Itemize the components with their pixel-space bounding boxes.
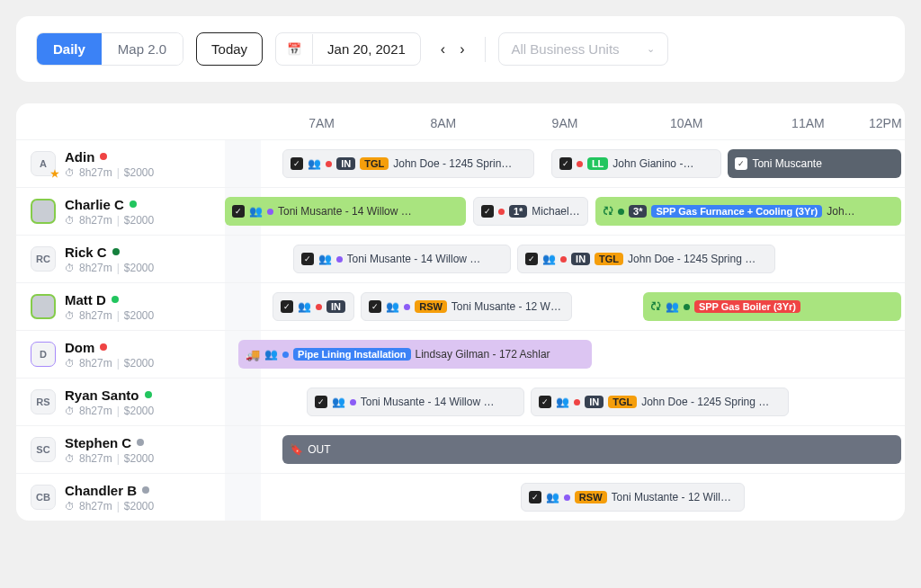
check-icon: ✓	[539, 396, 551, 408]
avatar: CB	[31, 485, 56, 510]
check-icon: ✓	[735, 157, 747, 170]
job-card[interactable]: ✓ 1* Michael H…	[473, 197, 589, 226]
check-icon: ✓	[525, 253, 538, 265]
job-card[interactable]: 🚚👥 Pipe Lining Installation Lindsay Gilm…	[238, 340, 592, 369]
tech-cell[interactable]: CB Chandler B ⏱8h27m|$2000	[16, 474, 225, 521]
avatar: RC	[31, 246, 56, 272]
tech-row: Charlie C ⏱8h27m|$2000 ✓👥 Toni Musante -…	[16, 187, 905, 235]
business-unit-filter[interactable]: All Business Units ⌄	[498, 32, 668, 66]
job-card[interactable]: ✓ Toni Muscante	[728, 149, 901, 178]
job-card[interactable]: ✓👥 Toni Musante - 14 Willow …	[307, 388, 524, 416]
tech-row: RS Ryan Santo ⏱8h27m|$2000 ✓👥 Toni Musan…	[16, 378, 905, 425]
avatar: A★	[31, 151, 56, 176]
tab-map[interactable]: Map 2.0	[102, 33, 183, 65]
status-dot	[100, 343, 107, 351]
tech-cell[interactable]: A★ Adin ⏱8h27m|$2000	[16, 140, 225, 187]
check-icon: ✓	[559, 157, 572, 170]
tab-daily[interactable]: Daily	[37, 33, 102, 65]
people-icon: 👥	[332, 396, 345, 408]
people-icon: 👥	[666, 300, 679, 313]
tech-cell[interactable]: Matt D ⏱8h27m|$2000	[16, 283, 225, 330]
tech-name-label: Stephen C	[65, 435, 131, 450]
status-dot	[112, 248, 120, 255]
tech-name-label: Ryan Santo	[65, 388, 139, 403]
check-icon: ✓	[315, 396, 327, 408]
check-icon: ✓	[232, 205, 245, 218]
clock-icon: ⏱	[65, 263, 75, 273]
schedule-board: 7AM 8AM 9AM 10AM 11AM 12PM A★ Adin ⏱8h27…	[16, 103, 905, 521]
time-col: 12PM	[869, 116, 905, 130]
tech-cell[interactable]: RS Ryan Santo ⏱8h27m|$2000	[16, 379, 225, 425]
current-date: Jan 20, 2021	[313, 33, 420, 65]
people-icon: 👥	[318, 253, 332, 265]
job-card[interactable]: ✓👥 INTGL John Doe - 1245 Sprin…	[282, 149, 534, 178]
clock-icon: ⏱	[65, 215, 75, 226]
job-card[interactable]: 🗘👥 SPP Gas Boiler (3Yr)	[643, 292, 901, 321]
time-col: 11AM	[747, 116, 869, 130]
job-card[interactable]: ✓ LL John Gianino -…	[551, 149, 721, 178]
tech-row: D Dom ⏱8h27m|$2000 🚚👥 Pipe Lining Instal…	[16, 330, 905, 378]
job-card[interactable]: ✓👥 IN	[273, 292, 354, 321]
people-icon: 👥	[308, 157, 321, 170]
check-icon: ✓	[369, 300, 381, 313]
avatar: SC	[31, 437, 56, 462]
clock-icon: ⏱	[65, 358, 75, 369]
today-button[interactable]: Today	[196, 32, 263, 66]
chevron-down-icon: ⌄	[647, 43, 655, 55]
status-dot	[112, 296, 119, 303]
job-card[interactable]: ✓👥 RSW Toni Mustante - 12 Will…	[521, 483, 745, 512]
avatar	[31, 294, 56, 319]
job-card[interactable]: ✓👥 INTGL John Doe - 1245 Spring …	[517, 245, 775, 273]
people-icon: 👥	[386, 300, 399, 313]
clock-icon: ⏱	[65, 310, 75, 321]
sync-icon: 🗘	[603, 205, 613, 218]
status-dot	[145, 391, 152, 398]
prev-day-button[interactable]: ‹	[441, 41, 445, 58]
truck-icon: 🚚	[246, 348, 260, 361]
view-toggle: Daily Map 2.0	[36, 32, 183, 66]
time-col: 10AM	[626, 116, 747, 130]
status-dot	[130, 200, 137, 208]
job-card[interactable]: 🗘 3* SPP Gas Furnance + Cooling (3Yr) Jo…	[595, 197, 901, 226]
job-card[interactable]: ✓👥 RSW Toni Musante - 12 Will…	[361, 292, 571, 321]
check-icon: ✓	[281, 300, 293, 313]
tech-row: CB Chandler B ⏱8h27m|$2000 ✓👥 RSW Toni M…	[16, 473, 905, 521]
people-icon: 👥	[249, 205, 263, 218]
tech-cell[interactable]: RC Rick C ⏱8h27m|$2000	[16, 236, 225, 282]
tech-cell[interactable]: Charlie C ⏱8h27m|$2000	[16, 188, 225, 235]
avatar: RS	[31, 389, 56, 414]
sync-icon: 🗘	[650, 300, 661, 313]
tech-name-label: Adin	[65, 149, 94, 165]
check-icon: ✓	[529, 491, 541, 503]
clock-icon: ⏱	[65, 405, 75, 416]
tech-cell[interactable]: D Dom ⏱8h27m|$2000	[16, 331, 225, 378]
clock-icon: ⏱	[65, 167, 75, 178]
filter-label: All Business Units	[512, 41, 620, 57]
out-block[interactable]: 🔖 OUT	[282, 435, 901, 464]
avatar	[31, 199, 56, 224]
date-nav: ‹ ›	[434, 41, 472, 58]
people-icon: 👥	[264, 348, 278, 361]
people-icon: 👥	[298, 300, 311, 313]
job-card[interactable]: ✓👥 Toni Musante - 14 Willow …	[225, 197, 466, 226]
status-dot	[137, 439, 144, 446]
tech-name-label: Charlie C	[65, 197, 124, 212]
star-icon: ★	[50, 168, 59, 180]
job-card[interactable]: ✓👥 INTGL John Doe - 1245 Spring …	[531, 388, 789, 416]
tech-row: A★ Adin ⏱8h27m|$2000 ✓👥 INTGL John Doe -…	[16, 139, 905, 187]
tech-name-label: Dom	[65, 340, 94, 355]
bookmark-icon: 🔖	[290, 443, 303, 456]
tech-cell[interactable]: SC Stephen C ⏱8h27m|$2000	[16, 426, 225, 473]
date-picker[interactable]: 📅 Jan 20, 2021	[275, 32, 421, 66]
time-col: 8AM	[382, 116, 504, 130]
time-col: 7AM	[261, 116, 382, 130]
job-card[interactable]: ✓👥 Toni Musante - 14 Willow …	[293, 245, 511, 273]
people-icon: 👥	[542, 253, 556, 265]
tech-row: Matt D ⏱8h27m|$2000 ✓👥 IN ✓👥 RSW Toni Mu…	[16, 282, 905, 330]
tech-row: SC Stephen C ⏱8h27m|$2000 🔖 OUT	[16, 425, 905, 473]
check-icon: ✓	[481, 205, 494, 218]
calendar-icon: 📅	[276, 34, 313, 64]
divider	[485, 37, 486, 62]
people-icon: 👥	[546, 491, 559, 503]
next-day-button[interactable]: ›	[460, 41, 464, 58]
